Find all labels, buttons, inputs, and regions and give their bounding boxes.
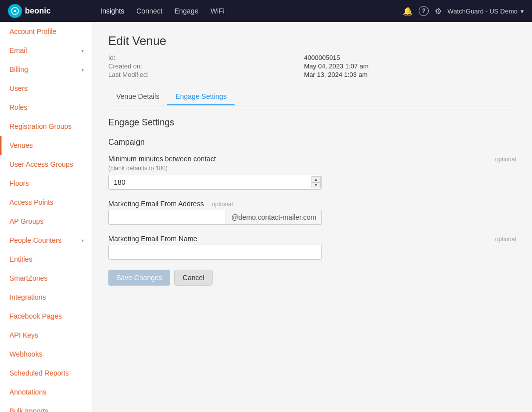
sidebar-item-ap-groups[interactable]: AP Groups (0, 212, 92, 231)
sidebar-item-annotations[interactable]: Annotations (0, 383, 92, 402)
chevron-down-icon: ▾ (81, 48, 84, 53)
sidebar-item-floors[interactable]: Floors (0, 174, 92, 193)
settings-icon[interactable]: ⚙ (435, 6, 442, 16)
sidebar-item-email[interactable]: Email ▾ (0, 41, 92, 60)
min-minutes-label-row: Minimum minutes between contact optional (108, 155, 516, 163)
sidebar-item-registration-groups[interactable]: Registration Groups (0, 117, 92, 136)
nav-link-connect[interactable]: Connect (136, 5, 162, 17)
email-address-input[interactable] (108, 210, 226, 225)
created-value: May 04, 2023 1:07 am (304, 62, 516, 70)
sidebar-item-venues[interactable]: Venues (0, 136, 92, 155)
tabs: Venue Details Engage Settings (108, 88, 516, 105)
sidebar-item-billing[interactable]: Billing ▾ (0, 60, 92, 79)
subsection-title: Campaign (108, 138, 516, 147)
number-spinners: ▲ ▼ (311, 176, 321, 188)
page-title: Edit Venue (108, 34, 516, 48)
help-icon[interactable]: ? (419, 6, 429, 16)
nav-right: 🔔 ? ⚙ WatchGuard - US Demo ▾ (403, 6, 524, 16)
nav-links: Insights Connect Engage WiFi (100, 5, 403, 17)
sidebar-item-roles[interactable]: Roles (0, 98, 92, 117)
min-minutes-hint: (blank defaults to 180) (108, 165, 516, 172)
logo-text: beonic (25, 6, 51, 15)
min-minutes-input[interactable] (108, 175, 322, 190)
email-address-optional: optional (212, 201, 233, 208)
email-name-label-row: Marketing Email From Name optional (108, 235, 516, 243)
sidebar-item-users[interactable]: Users (0, 79, 92, 98)
modified-label: Last Modified: (108, 71, 296, 78)
sidebar: Account Profile Email ▾ Billing ▾ Users … (0, 22, 92, 412)
nav-link-wifi[interactable]: WiFi (211, 5, 225, 17)
notification-icon[interactable]: 🔔 (403, 6, 413, 16)
user-menu[interactable]: WatchGuard - US Demo ▾ (448, 7, 524, 15)
content-area: Edit Venue Id: 4000005015 Created on: Ma… (92, 22, 532, 412)
modified-value: Mar 13, 2024 1:03 am (304, 71, 516, 78)
sidebar-item-bulk-imports[interactable]: Bulk Imports (0, 402, 92, 412)
sidebar-item-api-keys[interactable]: API Keys (0, 326, 92, 345)
id-label: Id: (108, 54, 296, 61)
email-name-group: Marketing Email From Name optional (108, 235, 516, 260)
form-buttons: Save Changes Cancel (108, 270, 516, 286)
user-chevron-icon: ▾ (521, 7, 524, 15)
cancel-button[interactable]: Cancel (174, 270, 213, 286)
min-minutes-input-wrapper: ▲ ▼ (108, 175, 322, 190)
sidebar-item-facebook-pages[interactable]: Facebook Pages (0, 307, 92, 326)
email-input-wrapper: @demo.contact-mailer.com (108, 210, 322, 225)
id-value: 4000005015 (304, 54, 516, 61)
email-suffix: @demo.contact-mailer.com (226, 210, 322, 225)
email-name-input[interactable] (108, 245, 322, 260)
sidebar-item-webhooks[interactable]: Webhooks (0, 345, 92, 364)
email-address-label-row: Marketing Email From Address optional (108, 200, 516, 208)
nav-link-engage[interactable]: Engage (174, 5, 198, 17)
tab-engage-settings[interactable]: Engage Settings (167, 88, 235, 105)
section-title: Engage Settings (108, 117, 516, 128)
spinner-down-button[interactable]: ▼ (311, 182, 321, 188)
sidebar-item-access-points[interactable]: Access Points (0, 193, 92, 212)
sidebar-item-account-profile[interactable]: Account Profile (0, 22, 92, 41)
min-minutes-optional: optional (495, 156, 516, 163)
sidebar-item-scheduled-reports[interactable]: Scheduled Reports (0, 364, 92, 383)
sidebar-item-user-access-groups[interactable]: User Access Groups (0, 155, 92, 174)
logo: beonic (8, 4, 100, 18)
logo-icon (8, 4, 22, 18)
chevron-down-icon: ▾ (81, 67, 84, 72)
sidebar-item-people-counters[interactable]: People Counters ▾ (0, 231, 92, 250)
email-name-optional: optional (495, 236, 516, 243)
chevron-down-icon: ▾ (81, 238, 84, 243)
tab-venue-details[interactable]: Venue Details (108, 88, 167, 105)
save-changes-button[interactable]: Save Changes (108, 270, 170, 286)
email-name-label: Marketing Email From Name (108, 235, 197, 243)
spinner-up-button[interactable]: ▲ (311, 176, 321, 182)
email-address-label: Marketing Email From Address (108, 200, 204, 208)
sidebar-item-entities[interactable]: Entities (0, 250, 92, 269)
sidebar-item-integrations[interactable]: Integrations (0, 288, 92, 307)
venue-meta: Id: 4000005015 Created on: May 04, 2023 … (108, 54, 516, 78)
created-label: Created on: (108, 62, 296, 70)
email-address-group: Marketing Email From Address optional @d… (108, 200, 516, 225)
top-navigation: beonic Insights Connect Engage WiFi 🔔 ? … (0, 0, 532, 22)
main-layout: Account Profile Email ▾ Billing ▾ Users … (0, 22, 532, 412)
min-minutes-label: Minimum minutes between contact (108, 155, 216, 163)
min-minutes-group: Minimum minutes between contact optional… (108, 155, 516, 190)
user-label: WatchGuard - US Demo (448, 7, 518, 15)
nav-link-insights[interactable]: Insights (100, 5, 124, 17)
sidebar-item-smartzones[interactable]: SmartZones (0, 269, 92, 288)
